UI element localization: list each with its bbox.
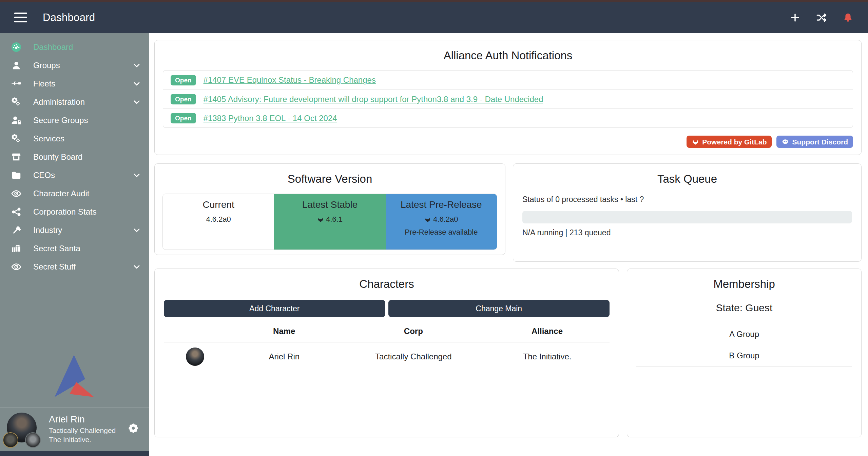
user-icon <box>10 60 22 71</box>
sidebar-item-bounty-board[interactable]: Bounty Board <box>0 148 149 166</box>
gitlab-tanuki-icon <box>692 138 699 145</box>
sidebar-item-label: Secure Groups <box>33 116 141 125</box>
sidebar-item-label: Dashboard <box>33 42 141 52</box>
sidebar-item-label: Administration <box>33 97 121 107</box>
gauge-icon <box>10 42 22 53</box>
sidebar-item-label: Fleets <box>33 79 121 88</box>
corp-logo-badge <box>3 432 18 448</box>
version-prerelease-value: 4.6.2a0 <box>433 215 458 224</box>
version-stable-value: 4.6.1 <box>326 215 343 224</box>
sidebar-item-label: Bounty Board <box>33 152 141 162</box>
notification-link[interactable]: #1405 Advisory: Future development will … <box>204 95 543 104</box>
sidebar-item-character-audit[interactable]: Character Audit <box>0 184 149 203</box>
notification-row: Open #1405 Advisory: Future development … <box>163 90 853 108</box>
character-avatar <box>186 348 204 366</box>
gitlab-tanuki-icon <box>317 216 324 223</box>
sidebar-item-corporation-stats[interactable]: Corporation Stats <box>0 203 149 221</box>
gitlab-tanuki-icon <box>424 216 431 223</box>
characters-table: Name Corp Alliance Ariel Rin Tactically … <box>164 322 610 371</box>
page-title: Dashboard <box>43 12 95 24</box>
discord-badge[interactable]: Support Discord <box>776 136 853 148</box>
version-stable-heading: Latest Stable <box>274 199 385 210</box>
task-queue-panel: Task Queue Status of 0 processed tasks •… <box>513 163 862 262</box>
sidebar-item-secret-stuff[interactable]: Secret Stuff <box>0 258 149 276</box>
sidebar-item-label: Character Audit <box>33 189 141 198</box>
gitlab-badge[interactable]: Powered by GitLab <box>687 136 772 148</box>
notifications-title: Alliance Auth Notifications <box>155 40 861 70</box>
sidebar-item-groups[interactable]: Groups <box>0 56 149 75</box>
task-queue-status-line: Status of 0 processed tasks • last ? <box>522 195 852 204</box>
sidebar-item-services[interactable]: Services <box>0 130 149 148</box>
user-lock-icon <box>10 115 22 126</box>
characters-title: Characters <box>155 269 619 298</box>
characters-panel: Characters Add Character Change Main Nam… <box>154 269 619 437</box>
chevron-down-icon <box>132 98 141 106</box>
version-prerelease-heading: Latest Pre-Release <box>386 199 497 210</box>
user-panel[interactable]: Ariel Rin Tactically Challenged The Init… <box>0 408 149 451</box>
version-current-heading: Current <box>163 199 274 210</box>
status-badge: Open <box>171 113 196 123</box>
notification-row: Open #1383 Python 3.8 EOL - 14 Oct 2024 <box>163 108 853 127</box>
user-corp: Tactically Challenged <box>49 426 116 435</box>
folder-icon <box>10 170 22 181</box>
user-alliance: The Initiative. <box>49 435 116 444</box>
sidebar-item-secure-groups[interactable]: Secure Groups <box>0 111 149 130</box>
character-corp: Tactically Challenged <box>342 342 485 371</box>
character-row: Ariel Rin Tactically Challenged The Init… <box>164 342 610 371</box>
character-name: Ariel Rin <box>226 342 342 371</box>
task-queue-title: Task Queue <box>513 164 861 193</box>
character-alliance: The Initiative. <box>485 342 610 371</box>
col-header-avatar <box>164 322 226 342</box>
gifts-icon <box>10 243 22 254</box>
sidebar-item-label: Secret Santa <box>33 244 141 253</box>
add-character-button[interactable]: Add Character <box>164 300 385 317</box>
discord-badge-label: Support Discord <box>792 138 848 145</box>
discord-icon <box>782 138 789 145</box>
sidebar-item-label: Services <box>33 134 141 143</box>
software-version-title: Software Version <box>155 164 505 193</box>
status-badge: Open <box>171 75 196 85</box>
sidebar-item-label: Corporation Stats <box>33 207 141 217</box>
hamburger-menu-icon[interactable] <box>14 13 27 22</box>
sidebar-item-dashboard[interactable]: Dashboard <box>0 38 149 56</box>
notification-row: Open #1407 EVE Equinox Status - Breaking… <box>163 71 853 90</box>
add-plus-icon[interactable] <box>789 12 801 23</box>
version-current-value: 4.6.2a0 <box>206 215 231 224</box>
sidebar-item-industry[interactable]: Industry <box>0 221 149 239</box>
software-version-panel: Software Version Current 4.6.2a0 Latest … <box>154 163 505 255</box>
shuffle-icon[interactable] <box>816 12 827 23</box>
task-queue-progress-bar <box>522 211 852 223</box>
notification-link[interactable]: #1407 EVE Equinox Status - Breaking Chan… <box>204 75 376 85</box>
chevron-down-icon <box>132 226 141 235</box>
chevron-down-icon <box>132 171 141 180</box>
bell-notification-icon[interactable] <box>842 12 854 23</box>
status-badge: Open <box>171 94 196 104</box>
notifications-list: Open #1407 EVE Equinox Status - Breaking… <box>163 70 853 128</box>
eye-icon <box>10 188 22 199</box>
gears-icon <box>10 97 22 107</box>
sidebar-item-administration[interactable]: Administration <box>0 93 149 111</box>
gitlab-badge-label: Powered by GitLab <box>702 138 767 145</box>
share-icon <box>10 207 22 217</box>
hammer-icon <box>10 225 22 236</box>
prerelease-note: Pre-Release available <box>386 228 497 237</box>
alliance-auth-logo <box>0 355 149 407</box>
membership-panel: Membership State: Guest A Group B Group <box>627 269 862 437</box>
sidebar-item-label: CEOs <box>33 171 121 180</box>
sidebar-item-label: Groups <box>33 61 121 70</box>
col-header-name: Name <box>226 322 342 342</box>
membership-state: State: Guest <box>627 298 861 324</box>
sidebar-item-ceos[interactable]: CEOs <box>0 166 149 184</box>
user-settings-gear-icon[interactable] <box>128 422 139 435</box>
sidebar-item-label: Secret Stuff <box>33 262 121 272</box>
sidebar-item-fleets[interactable]: Fleets <box>0 75 149 93</box>
version-current-cell: Current 4.6.2a0 <box>163 194 274 250</box>
change-main-button[interactable]: Change Main <box>388 300 610 317</box>
col-header-corp: Corp <box>342 322 485 342</box>
chevron-down-icon <box>132 79 141 88</box>
task-queue-queue-line: N/A running | 213 queued <box>522 228 852 237</box>
notification-link[interactable]: #1383 Python 3.8 EOL - 14 Oct 2024 <box>204 114 337 123</box>
sidebar-item-secret-santa[interactable]: Secret Santa <box>0 239 149 258</box>
version-stable-cell: Latest Stable 4.6.1 <box>274 194 385 250</box>
version-prerelease-cell: Latest Pre-Release 4.6.2a0 Pre-Release a… <box>386 194 497 250</box>
